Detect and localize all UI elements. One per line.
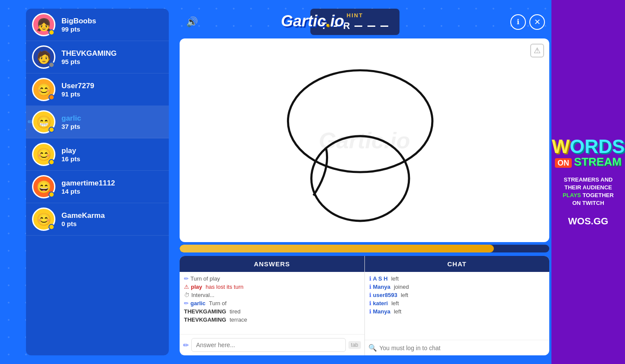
tab-answers[interactable]: ANSWERS	[180, 256, 364, 272]
player-list: 👧 BigBoobs 99 pts 🧑 THEVKGAMING 95 pts 😊	[26, 9, 169, 355]
player-info-garlic: garlic 37 pts	[61, 114, 81, 130]
player-name-bigboobs: BigBoobs	[61, 17, 96, 26]
pencil-icon: ✏	[183, 341, 189, 349]
svg-point-0	[288, 70, 432, 172]
player-name-thevkgaming: THEVKGAMING	[61, 49, 117, 58]
msg-icon: ⚠	[184, 284, 189, 290]
msg-text: has lost its turn	[206, 284, 243, 290]
chat-input[interactable]	[380, 345, 546, 351]
audio-button[interactable]: 🔊	[184, 14, 200, 30]
chat-msg-icon: ℹ	[369, 292, 371, 298]
player-pts-garlic: 37 pts	[61, 123, 81, 130]
chat-message: ℹManyajoined	[369, 283, 545, 291]
answer-input[interactable]	[191, 338, 346, 352]
close-button[interactable]: ✕	[529, 14, 545, 30]
player-item-bigboobs: 👧 BigBoobs 99 pts	[26, 9, 169, 41]
hint-blank-3	[367, 26, 375, 27]
top-controls: 🔊 HINT T R ℹ ✕	[180, 9, 549, 38]
ad-together: TOGETHER	[583, 192, 614, 198]
player-item-gamertime1112: 😄 gamertime1112 14 pts	[26, 171, 169, 203]
player-info-bigboobs: BigBoobs 99 pts	[61, 17, 96, 33]
chat-message: ℹkaterileft	[369, 299, 545, 307]
msg-text: tired	[230, 308, 241, 315]
main-area: 🔊 HINT T R ℹ ✕ Gartic.io ⚠	[180, 9, 549, 355]
ad-panel: WORDS ON STREAM STREAMERS AND THEIR AUDI…	[551, 0, 625, 364]
avatar-wrapper-gamertime1112: 😄	[32, 175, 55, 198]
tab-label: tab	[348, 341, 361, 349]
avatar-wrapper-user7279: 😊	[32, 78, 55, 101]
ad-word-ords: ORDS	[570, 136, 625, 157]
drawing-svg	[180, 38, 549, 242]
chat-msg-icon: ℹ	[369, 275, 371, 282]
ad-on: ON	[555, 158, 572, 168]
chat-messages: ℹA S HleftℹManyajoinedℹuser8593leftℹkate…	[365, 272, 550, 340]
player-info-play: play 16 pts	[61, 147, 80, 163]
msg-text: Turn of play	[190, 275, 220, 282]
status-dot-play	[48, 159, 55, 165]
msg-text: terrace	[230, 316, 247, 323]
ad-tagline-line1: STREAMERS AND	[563, 176, 614, 184]
player-info-thevkgaming: THEVKGAMING 95 pts	[61, 49, 117, 65]
progress-bar-fill	[180, 245, 494, 252]
ad-url: WOS.GG	[568, 216, 609, 227]
avatar-wrapper-bigboobs: 👧	[32, 13, 55, 36]
player-info-gamekarma: GameKarma 0 pts	[61, 211, 105, 227]
player-pts-bigboobs: 99 pts	[61, 26, 96, 33]
canvas-area: Gartic.io ⚠	[180, 38, 549, 242]
avatar-wrapper-play: 😊	[32, 143, 55, 166]
chat-message: ℹA S Hleft	[369, 275, 545, 283]
player-info-gamertime1112: gamertime1112 14 pts	[61, 179, 115, 195]
msg-icon: ✏	[184, 300, 189, 307]
ad-tagline: STREAMERS AND THEIR AUDIENCE PLAYS TOGET…	[563, 176, 614, 208]
chat-msg-text: left	[391, 275, 399, 282]
player-item-gamekarma: 😊 GameKarma 0 pts	[26, 203, 169, 236]
status-dot-user7279	[48, 94, 55, 100]
player-name-user7279: User7279	[61, 82, 94, 90]
hint-blank-2	[354, 26, 362, 27]
chat-msg-user: Manya	[373, 284, 390, 290]
msg-user: THEVKGAMING	[184, 316, 226, 323]
audio-icon: 🔊	[186, 16, 198, 28]
player-sidebar: 👧 BigBoobs 99 pts 🧑 THEVKGAMING 95 pts 😊	[26, 9, 169, 355]
hint-blank-4	[380, 26, 388, 27]
chat-input-wrap: 🔍	[365, 340, 550, 355]
answers-message: ⚠playhas lost its turn	[184, 283, 360, 291]
chat-message: ℹManyaleft	[369, 307, 545, 316]
tab-chat[interactable]: CHAT	[365, 256, 550, 272]
answers-message: ⏱Interval...	[184, 291, 360, 299]
avatar-wrapper-gamekarma: 😊	[32, 208, 55, 231]
chat-msg-icon: ℹ	[369, 284, 371, 290]
player-name-garlic: garlic	[61, 114, 81, 123]
player-item-thevkgaming: 🧑 THEVKGAMING 95 pts	[26, 41, 169, 73]
chat-msg-text: left	[401, 292, 408, 298]
panel-chat: CHAT ℹA S HleftℹManyajoinedℹuser8593left…	[365, 256, 550, 355]
msg-icon: ⏱	[184, 292, 190, 298]
bottom-panels: ANSWERS ✏Turn of play⚠playhas lost its t…	[180, 256, 549, 355]
ad-tagline-line5: ON TWITCH	[563, 199, 614, 207]
answers-input-wrap: ✏ tab	[180, 334, 364, 355]
chat-msg-text: left	[394, 308, 401, 315]
msg-text: Turn of	[209, 300, 227, 307]
msg-user: THEVKGAMING	[184, 308, 226, 315]
logo: Gartic.io	[281, 12, 344, 30]
panel-answers: ANSWERS ✏Turn of play⚠playhas lost its t…	[180, 256, 365, 355]
msg-user: garlic	[190, 300, 206, 307]
ad-logo: WORDS ON STREAM	[552, 137, 625, 167]
chat-msg-icon: ℹ	[369, 300, 371, 307]
chat-message: ℹuser8593left	[369, 291, 545, 299]
player-pts-gamertime1112: 14 pts	[61, 188, 115, 195]
status-dot-bigboobs	[48, 29, 55, 35]
avatar-wrapper-thevkgaming: 🧑	[32, 45, 55, 69]
chat-msg-user: kateri	[373, 300, 388, 307]
player-item-garlic: ✏ 😁 garlic 37 pts	[26, 106, 169, 138]
status-dot-gamertime1112	[48, 192, 55, 198]
msg-text: Interval...	[191, 292, 214, 298]
answers-message: THEVKGAMINGtired	[184, 307, 360, 316]
search-icon: 🔍	[368, 344, 377, 352]
status-dot-gamekarma	[48, 224, 55, 230]
player-pts-user7279: 91 pts	[61, 90, 94, 98]
info-button[interactable]: ℹ	[510, 14, 526, 30]
avatar-wrapper-garlic: 😁	[32, 110, 55, 134]
status-dot-garlic	[48, 127, 55, 133]
ad-tagline-line2: THEIR AUDIENCE	[563, 184, 614, 192]
